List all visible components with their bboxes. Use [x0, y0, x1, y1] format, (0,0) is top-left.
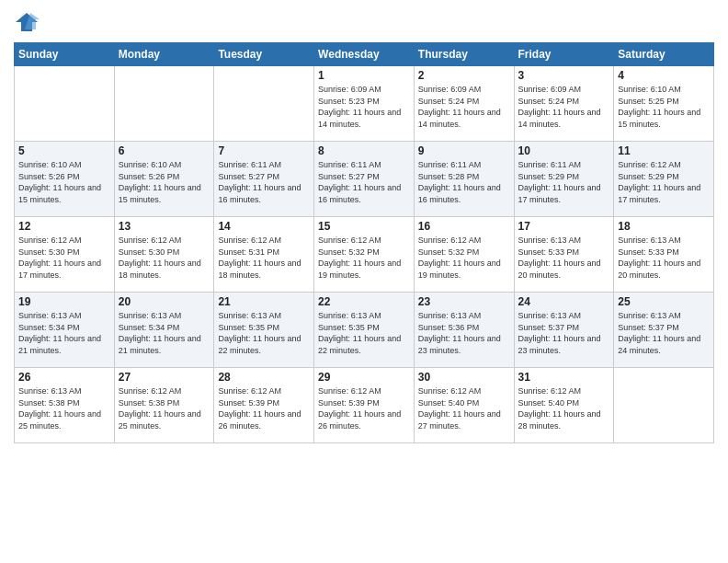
table-row: 10Sunrise: 6:11 AM Sunset: 5:29 PM Dayli… [514, 142, 614, 217]
day-number: 16 [418, 220, 510, 233]
calendar-week-row: 5Sunrise: 6:10 AM Sunset: 5:26 PM Daylig… [15, 142, 714, 217]
day-number: 13 [119, 220, 210, 233]
day-number: 29 [318, 371, 410, 384]
day-info: Sunrise: 6:10 AM Sunset: 5:26 PM Dayligh… [18, 159, 110, 205]
day-number: 8 [318, 144, 410, 157]
table-row: 28Sunrise: 6:12 AM Sunset: 5:39 PM Dayli… [214, 368, 314, 443]
col-friday: Friday [514, 43, 614, 66]
day-info: Sunrise: 6:10 AM Sunset: 5:25 PM Dayligh… [618, 84, 710, 130]
day-number: 12 [18, 220, 110, 233]
page: Sunday Monday Tuesday Wednesday Thursday… [0, 0, 728, 563]
day-number: 7 [218, 144, 310, 157]
day-number: 3 [518, 69, 610, 82]
day-info: Sunrise: 6:12 AM Sunset: 5:31 PM Dayligh… [218, 235, 310, 281]
table-row: 12Sunrise: 6:12 AM Sunset: 5:30 PM Dayli… [15, 217, 115, 293]
table-row: 30Sunrise: 6:12 AM Sunset: 5:40 PM Dayli… [414, 368, 514, 443]
day-info: Sunrise: 6:09 AM Sunset: 5:24 PM Dayligh… [418, 84, 510, 130]
day-number: 17 [518, 220, 610, 233]
day-info: Sunrise: 6:12 AM Sunset: 5:38 PM Dayligh… [119, 385, 210, 431]
day-info: Sunrise: 6:13 AM Sunset: 5:33 PM Dayligh… [518, 235, 610, 281]
day-info: Sunrise: 6:09 AM Sunset: 5:24 PM Dayligh… [518, 84, 610, 130]
day-number: 24 [518, 295, 610, 308]
table-row [614, 368, 714, 443]
day-number: 31 [518, 371, 610, 384]
day-number: 22 [318, 295, 410, 308]
day-number: 25 [618, 295, 710, 308]
day-info: Sunrise: 6:10 AM Sunset: 5:26 PM Dayligh… [119, 159, 210, 205]
day-number: 23 [418, 295, 510, 308]
col-tuesday: Tuesday [214, 43, 314, 66]
table-row: 7Sunrise: 6:11 AM Sunset: 5:27 PM Daylig… [214, 142, 314, 217]
day-info: Sunrise: 6:13 AM Sunset: 5:34 PM Dayligh… [18, 310, 110, 356]
table-row: 16Sunrise: 6:12 AM Sunset: 5:32 PM Dayli… [414, 217, 514, 293]
calendar-week-row: 1Sunrise: 6:09 AM Sunset: 5:23 PM Daylig… [15, 66, 714, 142]
day-info: Sunrise: 6:13 AM Sunset: 5:34 PM Dayligh… [119, 310, 210, 356]
col-monday: Monday [114, 43, 214, 66]
day-number: 14 [218, 220, 310, 233]
day-info: Sunrise: 6:12 AM Sunset: 5:39 PM Dayligh… [318, 385, 410, 431]
table-row: 2Sunrise: 6:09 AM Sunset: 5:24 PM Daylig… [414, 66, 514, 142]
col-saturday: Saturday [614, 43, 714, 66]
day-number: 9 [418, 144, 510, 157]
logo [14, 9, 43, 35]
day-info: Sunrise: 6:13 AM Sunset: 5:35 PM Dayligh… [218, 310, 310, 356]
day-number: 5 [18, 144, 110, 157]
table-row: 15Sunrise: 6:12 AM Sunset: 5:32 PM Dayli… [314, 217, 415, 293]
day-number: 26 [18, 371, 110, 384]
day-info: Sunrise: 6:12 AM Sunset: 5:32 PM Dayligh… [418, 235, 510, 281]
table-row: 20Sunrise: 6:13 AM Sunset: 5:34 PM Dayli… [114, 293, 214, 368]
table-row [15, 66, 115, 142]
table-row: 23Sunrise: 6:13 AM Sunset: 5:36 PM Dayli… [414, 293, 514, 368]
calendar: Sunday Monday Tuesday Wednesday Thursday… [14, 42, 714, 443]
table-row: 17Sunrise: 6:13 AM Sunset: 5:33 PM Dayli… [514, 217, 614, 293]
day-info: Sunrise: 6:12 AM Sunset: 5:29 PM Dayligh… [618, 159, 710, 205]
table-row: 24Sunrise: 6:13 AM Sunset: 5:37 PM Dayli… [514, 293, 614, 368]
table-row: 6Sunrise: 6:10 AM Sunset: 5:26 PM Daylig… [114, 142, 214, 217]
day-info: Sunrise: 6:12 AM Sunset: 5:30 PM Dayligh… [119, 235, 210, 281]
day-number: 19 [18, 295, 110, 308]
day-info: Sunrise: 6:11 AM Sunset: 5:27 PM Dayligh… [318, 159, 410, 205]
day-number: 28 [218, 371, 310, 384]
day-info: Sunrise: 6:13 AM Sunset: 5:38 PM Dayligh… [18, 385, 110, 431]
table-row: 27Sunrise: 6:12 AM Sunset: 5:38 PM Dayli… [114, 368, 214, 443]
day-number: 2 [418, 69, 510, 82]
calendar-week-row: 19Sunrise: 6:13 AM Sunset: 5:34 PM Dayli… [15, 293, 714, 368]
day-info: Sunrise: 6:11 AM Sunset: 5:28 PM Dayligh… [418, 159, 510, 205]
day-number: 15 [318, 220, 410, 233]
table-row: 11Sunrise: 6:12 AM Sunset: 5:29 PM Dayli… [614, 142, 714, 217]
calendar-week-row: 12Sunrise: 6:12 AM Sunset: 5:30 PM Dayli… [15, 217, 714, 293]
col-sunday: Sunday [15, 43, 115, 66]
day-number: 18 [618, 220, 710, 233]
calendar-week-row: 26Sunrise: 6:13 AM Sunset: 5:38 PM Dayli… [15, 368, 714, 443]
table-row: 31Sunrise: 6:12 AM Sunset: 5:40 PM Dayli… [514, 368, 614, 443]
table-row [214, 66, 314, 142]
table-row: 3Sunrise: 6:09 AM Sunset: 5:24 PM Daylig… [514, 66, 614, 142]
day-number: 30 [418, 371, 510, 384]
table-row: 13Sunrise: 6:12 AM Sunset: 5:30 PM Dayli… [114, 217, 214, 293]
table-row: 8Sunrise: 6:11 AM Sunset: 5:27 PM Daylig… [314, 142, 415, 217]
day-number: 1 [318, 69, 410, 82]
table-row: 9Sunrise: 6:11 AM Sunset: 5:28 PM Daylig… [414, 142, 514, 217]
table-row [114, 66, 214, 142]
day-info: Sunrise: 6:12 AM Sunset: 5:39 PM Dayligh… [218, 385, 310, 431]
table-row: 19Sunrise: 6:13 AM Sunset: 5:34 PM Dayli… [15, 293, 115, 368]
day-number: 21 [218, 295, 310, 308]
day-number: 4 [618, 69, 710, 82]
day-info: Sunrise: 6:12 AM Sunset: 5:30 PM Dayligh… [18, 235, 110, 281]
day-info: Sunrise: 6:13 AM Sunset: 5:35 PM Dayligh… [318, 310, 410, 356]
day-info: Sunrise: 6:11 AM Sunset: 5:29 PM Dayligh… [518, 159, 610, 205]
day-info: Sunrise: 6:11 AM Sunset: 5:27 PM Dayligh… [218, 159, 310, 205]
day-number: 20 [119, 295, 210, 308]
day-number: 6 [119, 144, 210, 157]
table-row: 22Sunrise: 6:13 AM Sunset: 5:35 PM Dayli… [314, 293, 415, 368]
table-row: 18Sunrise: 6:13 AM Sunset: 5:33 PM Dayli… [614, 217, 714, 293]
logo-icon [14, 9, 40, 35]
day-number: 10 [518, 144, 610, 157]
day-number: 27 [119, 371, 210, 384]
day-info: Sunrise: 6:13 AM Sunset: 5:37 PM Dayligh… [518, 310, 610, 356]
header [14, 9, 714, 35]
day-info: Sunrise: 6:09 AM Sunset: 5:23 PM Dayligh… [318, 84, 410, 130]
col-wednesday: Wednesday [314, 43, 415, 66]
table-row: 5Sunrise: 6:10 AM Sunset: 5:26 PM Daylig… [15, 142, 115, 217]
table-row: 4Sunrise: 6:10 AM Sunset: 5:25 PM Daylig… [614, 66, 714, 142]
